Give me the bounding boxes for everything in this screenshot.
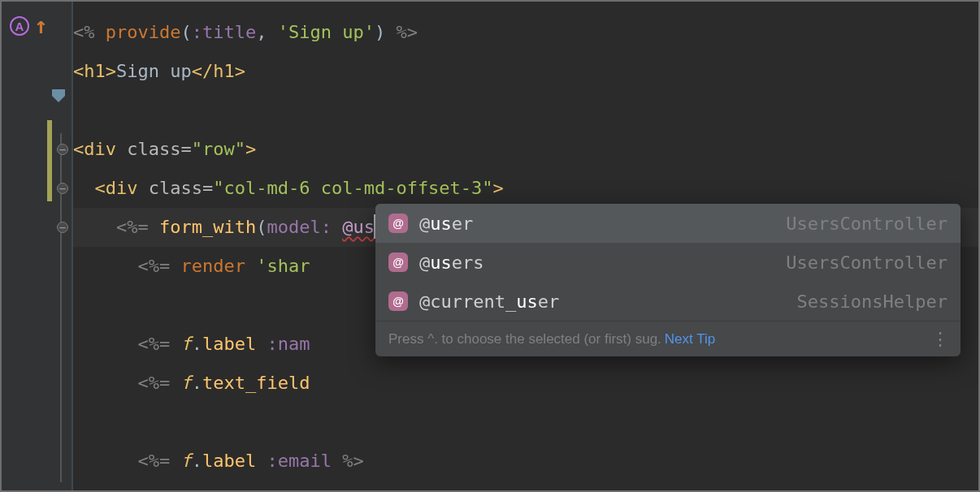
at-icon: @ bbox=[388, 214, 408, 233]
code-line[interactable]: <%= f.email_field :email, class: 'form-c… bbox=[73, 481, 978, 492]
completion-item[interactable]: @ @user UsersController bbox=[375, 204, 960, 243]
fold-icon[interactable]: − bbox=[57, 144, 68, 155]
next-tip-link[interactable]: Next Tip bbox=[665, 331, 715, 347]
code-line[interactable]: <% provide(:title, 'Sign up') %> bbox=[73, 13, 978, 52]
fold-icon[interactable]: − bbox=[57, 183, 68, 194]
completion-origin: UsersController bbox=[786, 252, 947, 273]
completion-origin: UsersController bbox=[786, 214, 947, 234]
completion-item[interactable]: @ @current_user SessionsHelper bbox=[375, 282, 960, 321]
code-line[interactable]: <div class="row"> bbox=[73, 130, 978, 169]
completion-label: @current_user bbox=[419, 291, 559, 312]
code-line[interactable]: <%= f.text_field bbox=[73, 364, 978, 403]
fold-icon[interactable]: − bbox=[57, 222, 68, 233]
editor-frame: A ↑ − − − <% provide(:title, 'Sign up') … bbox=[0, 0, 980, 492]
at-icon: @ bbox=[388, 291, 408, 311]
code-line[interactable] bbox=[73, 91, 978, 130]
completion-label: @user bbox=[419, 214, 473, 234]
gutter: A ↑ − − − bbox=[2, 2, 73, 490]
code-line[interactable] bbox=[73, 403, 978, 442]
completion-footer: Press ^. to choose the selected (or firs… bbox=[375, 321, 960, 356]
code-line[interactable]: <%= f.label :email %> bbox=[73, 442, 978, 481]
completion-item[interactable]: @ @users UsersController bbox=[375, 243, 960, 282]
completion-origin: SessionsHelper bbox=[797, 291, 947, 312]
completion-popup[interactable]: @ @user UsersController @ @users UsersCo… bbox=[375, 204, 960, 356]
code-line[interactable]: <div class="col-md-6 col-md-offset-3"> bbox=[73, 169, 978, 208]
completion-tip-text: Press ^. to choose the selected (or firs… bbox=[388, 331, 661, 347]
at-icon: @ bbox=[388, 252, 408, 272]
completion-label: @users bbox=[419, 252, 484, 273]
code-line[interactable]: <h1>Sign up</h1> bbox=[73, 52, 978, 91]
more-icon[interactable]: ⋮ bbox=[931, 329, 947, 350]
